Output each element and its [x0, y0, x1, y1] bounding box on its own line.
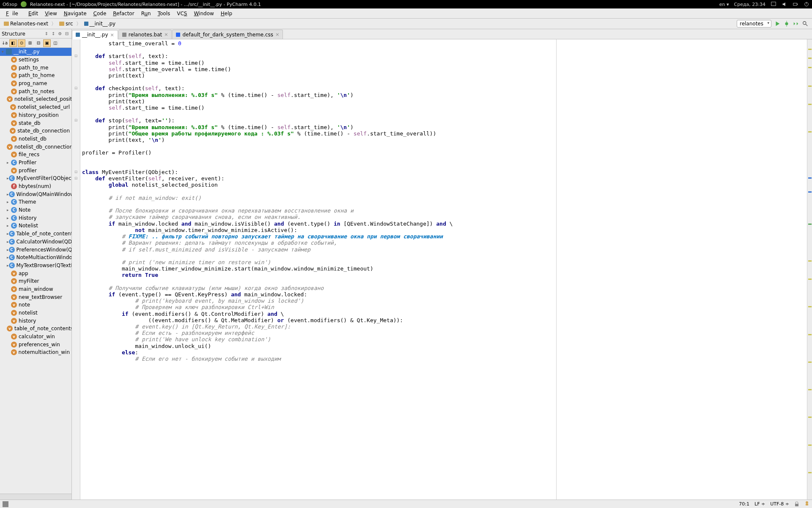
expander-icon[interactable]: ▸	[7, 263, 9, 268]
tree-item[interactable]: ▸CTable_of_note_contents	[0, 230, 71, 238]
filter-icon[interactable]: ◧	[9, 39, 17, 47]
tree-item[interactable]: ▸CMyEventFilter(QObject)	[0, 174, 71, 182]
run-button[interactable]	[774, 20, 781, 27]
close-icon[interactable]: ×	[110, 32, 114, 38]
tree-item[interactable]: ▸CNoteMultiactionWindow	[0, 254, 71, 262]
autoscroll-to-source-icon[interactable]: ⊙	[18, 39, 25, 47]
warning-mark[interactable]	[808, 334, 812, 335]
expander-icon[interactable]: ▸	[7, 248, 9, 252]
menu-run[interactable]: Run	[138, 11, 154, 17]
tree-item[interactable]: ▸CNotelist	[0, 222, 71, 230]
network-icon[interactable]	[771, 1, 776, 7]
search-button[interactable]	[802, 20, 809, 27]
tree-item[interactable]: vnotemultiaction_win	[0, 348, 71, 356]
tree-item[interactable]: vnotelist_db	[0, 135, 71, 143]
warning-mark[interactable]	[808, 49, 812, 50]
run-config-selector[interactable]: relanotes	[737, 20, 771, 28]
warning-mark[interactable]	[808, 58, 812, 59]
tree-item[interactable]: fhbytes(num)	[0, 182, 71, 190]
breadcrumb-src[interactable]: src	[57, 20, 75, 28]
expander-icon[interactable]: ▾	[2, 50, 6, 54]
expander-icon[interactable]: ▸	[7, 240, 9, 244]
expander-icon[interactable]: ▸	[7, 208, 11, 212]
breadcrumb-project[interactable]: Relanotes-next	[2, 20, 50, 28]
expand-all-icon[interactable]: ⊞	[26, 39, 34, 47]
horizontal-scrollbar[interactable]	[0, 494, 71, 500]
tree-item[interactable]: vapp	[0, 269, 71, 277]
hector-icon[interactable]	[804, 501, 809, 507]
tree-item[interactable]: ▸CMyTextBrowser(QTextBr	[0, 262, 71, 270]
tree-item[interactable]: vpath_to_home	[0, 72, 71, 80]
tree-item[interactable]: vnew_textBrowser	[0, 293, 71, 301]
code-editor[interactable]: start_time_overall = 0 def start(self, t…	[80, 39, 807, 500]
autoscroll-icon[interactable]: ↕	[50, 31, 56, 37]
tree-item[interactable]: vpreferences_win	[0, 340, 71, 348]
readonly-lock-icon[interactable]	[794, 502, 799, 507]
overview-label[interactable]: Обзор	[3, 2, 17, 7]
tree-item[interactable]: vnotelist_selected_position	[0, 95, 71, 103]
close-icon[interactable]: ×	[164, 32, 168, 37]
encoding[interactable]: UTF-8 ÷	[770, 501, 789, 507]
warning-mark[interactable]	[808, 86, 812, 87]
menu-vcs[interactable]: VCS	[173, 11, 190, 17]
menu-refactor[interactable]: Refactor	[110, 11, 137, 17]
sort-alpha-icon[interactable]: ↓a	[1, 39, 8, 47]
tree-item[interactable]: vstate_db_connection	[0, 127, 71, 135]
tree-item[interactable]: vnotelist_db_connection	[0, 143, 71, 151]
expander-icon[interactable]: ▸	[7, 255, 9, 260]
tree-item[interactable]: vtable_of_note_contents	[0, 325, 71, 333]
collapse-all-icon[interactable]: ⊟	[35, 39, 42, 47]
battery-icon[interactable]	[793, 1, 798, 7]
volume-icon[interactable]	[782, 1, 787, 7]
tree-item[interactable]: vpath_to_me	[0, 64, 71, 72]
menu-view[interactable]: View	[41, 11, 60, 17]
tree-item[interactable]: ▸CHistory	[0, 214, 71, 222]
editor-tab[interactable]: relanotes.bat×	[118, 30, 172, 39]
tree-item[interactable]: vnote	[0, 301, 71, 309]
keyboard-lang[interactable]: en ▾	[719, 2, 729, 7]
menu-navigate[interactable]: Navigate	[60, 11, 90, 17]
expander-icon[interactable]: ▸	[7, 216, 11, 220]
warning-mark[interactable]	[808, 104, 812, 105]
tree-item[interactable]: vfile_recs	[0, 151, 71, 159]
settings-icon[interactable]: ⚙	[57, 31, 63, 37]
warning-mark[interactable]	[808, 131, 812, 133]
tree-item[interactable]: vmain_window	[0, 285, 71, 293]
menu-file[interactable]: File	[3, 11, 25, 17]
expander-icon[interactable]: ▸	[7, 192, 9, 196]
tree-item[interactable]: vnotelist	[0, 309, 71, 317]
tree-item[interactable]: ▸CTheme	[0, 198, 71, 206]
tree-item[interactable]: vnotelist_selected_url	[0, 103, 71, 111]
menu-code[interactable]: Code	[90, 11, 110, 17]
collapse-icon[interactable]: ⇕	[44, 31, 49, 37]
breadcrumb-file[interactable]: __init__.py	[82, 20, 118, 28]
warning-mark[interactable]	[808, 260, 812, 262]
debug-button[interactable]	[783, 20, 790, 27]
warning-mark[interactable]	[808, 362, 812, 363]
structure-tree[interactable]: ▾ __init__.py vsettingsvpath_to_mevpath_…	[0, 48, 71, 494]
cursor-position[interactable]: 70:1	[739, 501, 749, 507]
tree-item[interactable]: ▸CCalculatorWindow(QDial	[0, 238, 71, 246]
tree-item[interactable]: vpath_to_notes	[0, 87, 71, 95]
warning-mark[interactable]	[808, 472, 812, 473]
tree-item[interactable]: vsettings	[0, 56, 71, 64]
tree-item[interactable]: ▸CNote	[0, 206, 71, 214]
warning-mark[interactable]	[808, 67, 812, 68]
menu-tools[interactable]: Tools	[154, 11, 174, 17]
menu-help[interactable]: Help	[217, 11, 236, 17]
tree-item[interactable]: vmyFilter	[0, 277, 71, 285]
hide-icon[interactable]: ⊟	[64, 31, 70, 37]
error-stripe[interactable]	[807, 39, 812, 500]
menu-edit[interactable]: Edit	[25, 11, 41, 17]
tree-item[interactable]: vhistory_position	[0, 111, 71, 119]
gutter[interactable]: ⊟⊟⊟⊟⊟	[72, 39, 80, 500]
menu-window[interactable]: Window	[190, 11, 217, 17]
tree-item[interactable]: ▸CProfiler	[0, 159, 71, 167]
close-icon[interactable]: ×	[275, 32, 279, 37]
info-mark[interactable]	[808, 177, 812, 179]
warning-mark[interactable]	[808, 306, 812, 307]
tree-item[interactable]: vhistory	[0, 317, 71, 325]
tree-item[interactable]: vprofiler	[0, 166, 71, 174]
info-mark[interactable]	[808, 191, 812, 193]
warning-mark[interactable]	[808, 444, 812, 446]
